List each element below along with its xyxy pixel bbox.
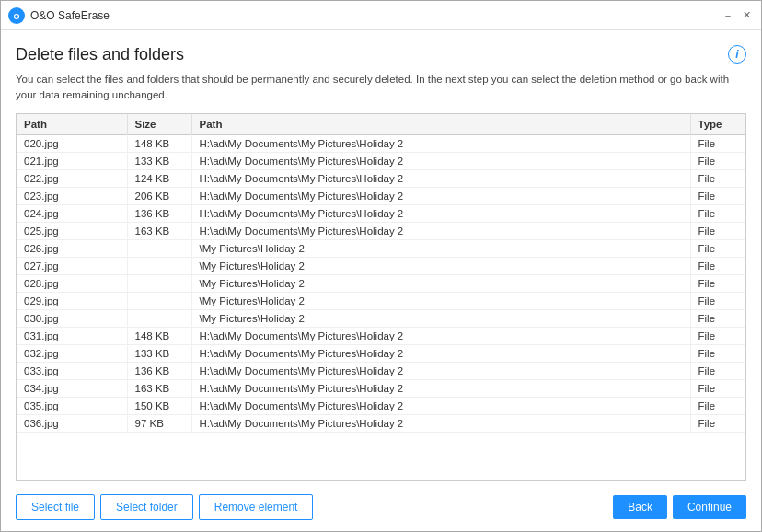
table-row[interactable]: 036.jpg97 KBH:\ad\My Documents\My Pictur… (17, 414, 745, 432)
cell-type: File (690, 274, 745, 292)
table-row[interactable]: 030.jpg\My Pictures\Holiday 2File (17, 309, 745, 327)
cell-name: 022.jpg (17, 169, 127, 187)
cell-path: \My Pictures\Holiday 2 (191, 292, 690, 309)
cell-size: 136 KB (127, 204, 191, 222)
cell-size (127, 309, 191, 327)
app-icon: O (8, 7, 25, 24)
table-row[interactable]: 022.jpg124 KBH:\ad\My Documents\My Pictu… (17, 169, 745, 187)
window-controls: − ✕ (721, 8, 754, 23)
continue-button[interactable]: Continue (673, 495, 746, 519)
cell-type: File (690, 414, 745, 432)
table-row[interactable]: 035.jpg150 KBH:\ad\My Documents\My Pictu… (17, 397, 745, 414)
cell-name: 032.jpg (17, 344, 127, 362)
cell-path: H:\ad\My Documents\My Pictures\Holiday 2 (191, 152, 690, 169)
cell-name: 020.jpg (17, 134, 127, 152)
left-buttons: Select file Select folder Remove element (16, 494, 313, 520)
cell-path: H:\ad\My Documents\My Pictures\Holiday 2 (191, 169, 690, 187)
table-row[interactable]: 023.jpg206 KBH:\ad\My Documents\My Pictu… (17, 187, 745, 204)
cell-path: H:\ad\My Documents\My Pictures\Holiday 2 (191, 344, 690, 362)
cell-path: \My Pictures\Holiday 2 (191, 239, 690, 257)
table-row[interactable]: 024.jpg136 KBH:\ad\My Documents\My Pictu… (17, 204, 745, 222)
cell-path: H:\ad\My Documents\My Pictures\Holiday 2 (191, 222, 690, 239)
cell-path: H:\ad\My Documents\My Pictures\Holiday 2 (191, 187, 690, 204)
table-row[interactable]: 025.jpg163 KBH:\ad\My Documents\My Pictu… (17, 222, 745, 239)
table-body: 020.jpg148 KBH:\ad\My Documents\My Pictu… (17, 134, 745, 432)
cell-size: 206 KB (127, 187, 191, 204)
table-row[interactable]: 034.jpg163 KBH:\ad\My Documents\My Pictu… (17, 379, 745, 397)
cell-size: 133 KB (127, 152, 191, 169)
cell-name: 027.jpg (17, 257, 127, 274)
cell-path: \My Pictures\Holiday 2 (191, 309, 690, 327)
cell-type: File (690, 152, 745, 169)
cell-path: \My Pictures\Holiday 2 (191, 257, 690, 274)
footer-buttons: Select file Select folder Remove element… (16, 494, 746, 520)
cell-type: File (690, 344, 745, 362)
col-header-type: Type (690, 114, 745, 135)
cell-name: 021.jpg (17, 152, 127, 169)
cell-name: 030.jpg (17, 309, 127, 327)
cell-path: H:\ad\My Documents\My Pictures\Holiday 2 (191, 327, 690, 344)
page-description: You can select the files and folders tha… (16, 72, 746, 104)
cell-size: 150 KB (127, 397, 191, 414)
cell-path: H:\ad\My Documents\My Pictures\Holiday 2 (191, 362, 690, 379)
page-header: Delete files and folders i (16, 45, 746, 64)
cell-type: File (690, 257, 745, 274)
cell-name: 033.jpg (17, 362, 127, 379)
cell-name: 023.jpg (17, 187, 127, 204)
cell-path: H:\ad\My Documents\My Pictures\Holiday 2 (191, 414, 690, 432)
cell-path: H:\ad\My Documents\My Pictures\Holiday 2 (191, 397, 690, 414)
title-bar: O O&O SafeErase − ✕ (1, 1, 761, 30)
file-table-container[interactable]: Path Size Path Type 020.jpg148 KBH:\ad\M… (16, 113, 746, 482)
cell-size: 136 KB (127, 362, 191, 379)
cell-name: 034.jpg (17, 379, 127, 397)
cell-path: H:\ad\My Documents\My Pictures\Holiday 2 (191, 204, 690, 222)
select-folder-button[interactable]: Select folder (100, 494, 193, 520)
cell-name: 029.jpg (17, 292, 127, 309)
window-title: O&O SafeErase (30, 9, 721, 22)
back-button[interactable]: Back (613, 495, 667, 519)
file-table: Path Size Path Type 020.jpg148 KBH:\ad\M… (17, 114, 745, 433)
table-row[interactable]: 029.jpg\My Pictures\Holiday 2File (17, 292, 745, 309)
right-buttons: Back Continue (613, 495, 746, 519)
table-row[interactable]: 021.jpg133 KBH:\ad\My Documents\My Pictu… (17, 152, 745, 169)
cell-name: 031.jpg (17, 327, 127, 344)
cell-type: File (690, 204, 745, 222)
table-row[interactable]: 028.jpg\My Pictures\Holiday 2File (17, 274, 745, 292)
cell-size: 124 KB (127, 169, 191, 187)
cell-size: 163 KB (127, 222, 191, 239)
table-row[interactable]: 020.jpg148 KBH:\ad\My Documents\My Pictu… (17, 134, 745, 152)
info-icon[interactable]: i (728, 45, 746, 64)
cell-size: 148 KB (127, 327, 191, 344)
col-header-size: Size (127, 114, 191, 135)
page-title: Delete files and folders (16, 45, 184, 64)
table-row[interactable]: 027.jpg\My Pictures\Holiday 2File (17, 257, 745, 274)
close-button[interactable]: ✕ (739, 8, 754, 23)
cell-type: File (690, 309, 745, 327)
cell-name: 026.jpg (17, 239, 127, 257)
cell-size (127, 274, 191, 292)
cell-type: File (690, 239, 745, 257)
cell-name: 025.jpg (17, 222, 127, 239)
table-header-row: Path Size Path Type (17, 114, 745, 135)
cell-type: File (690, 362, 745, 379)
table-row[interactable]: 031.jpg148 KBH:\ad\My Documents\My Pictu… (17, 327, 745, 344)
cell-type: File (690, 327, 745, 344)
cell-type: File (690, 222, 745, 239)
cell-type: File (690, 187, 745, 204)
cell-type: File (690, 292, 745, 309)
cell-name: 035.jpg (17, 397, 127, 414)
cell-name: 024.jpg (17, 204, 127, 222)
table-row[interactable]: 033.jpg136 KBH:\ad\My Documents\My Pictu… (17, 362, 745, 379)
cell-path: \My Pictures\Holiday 2 (191, 274, 690, 292)
select-file-button[interactable]: Select file (16, 494, 95, 520)
table-row[interactable]: 032.jpg133 KBH:\ad\My Documents\My Pictu… (17, 344, 745, 362)
cell-name: 036.jpg (17, 414, 127, 432)
cell-type: File (690, 379, 745, 397)
minimize-button[interactable]: − (721, 8, 735, 23)
remove-element-button[interactable]: Remove element (199, 494, 314, 520)
cell-type: File (690, 397, 745, 414)
col-header-name: Path (17, 114, 127, 135)
main-window: O O&O SafeErase − ✕ Delete files and fol… (0, 0, 762, 532)
table-row[interactable]: 026.jpg\My Pictures\Holiday 2File (17, 239, 745, 257)
cell-size (127, 239, 191, 257)
